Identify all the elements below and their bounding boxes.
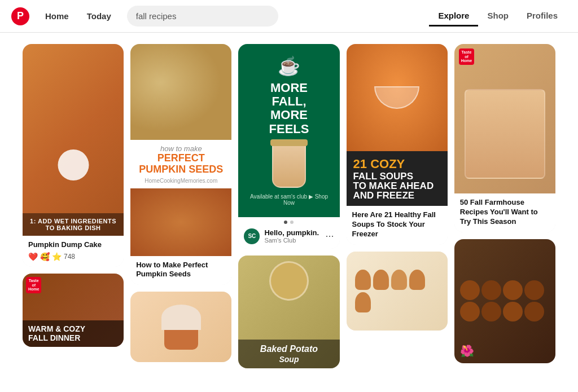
- pin-title-seeds: How to Make Perfect Pumpkin Seeds: [136, 261, 226, 280]
- pin-mini-cupcakes[interactable]: [347, 252, 448, 331]
- main-nav: Home Today: [38, 7, 118, 25]
- farmhouse-title: 50 Fall Farmhouse Recipes You'll Want to…: [460, 198, 550, 227]
- pin-chocolate[interactable]: 🌺: [454, 239, 555, 363]
- reaction-heart: ❤️: [28, 252, 38, 261]
- promoted-row: SC Hello, pumpkin. Sam's Club ···: [238, 225, 339, 249]
- pin-pumpkin-dump-cake[interactable]: 1: ADD WET INGREDIENTSTO BAKING DISH Pum…: [23, 44, 124, 267]
- search-input[interactable]: [127, 6, 278, 27]
- dot-2: [290, 221, 294, 224]
- reaction-star: ⭐: [52, 252, 62, 261]
- header: P Home Today Explore Shop Profiles: [0, 0, 578, 33]
- tab-profiles[interactable]: Profiles: [518, 6, 567, 27]
- promoted-title: Hello, pumpkin.: [264, 228, 325, 237]
- toh-badge-farmhouse: TasteofHome: [459, 49, 474, 65]
- pin-fall-soups[interactable]: 21 COZY FALL SOUPSTO MAKE AHEADAND FREEZ…: [347, 44, 448, 245]
- pin-baked-potato[interactable]: Baked Potato Soup: [238, 256, 339, 368]
- fall-soups-title: Here Are 21 Healthy Fall Soups To Stock …: [352, 210, 442, 239]
- starbucks-logo-icon: ☕: [278, 55, 300, 77]
- baked-potato-label: Baked Potato Soup: [238, 340, 339, 368]
- reaction-smile: 🥰: [40, 252, 50, 261]
- farmhouse-body: 50 Fall Farmhouse Recipes You'll Want to…: [454, 193, 555, 232]
- tab-shop[interactable]: Shop: [478, 6, 518, 27]
- fall-soups-body: Here Are 21 Healthy Fall Soups To Stock …: [347, 206, 448, 245]
- dot-1: [284, 221, 287, 224]
- promoted-label: Sam's Club: [264, 237, 325, 244]
- reaction-count: 748: [64, 253, 75, 261]
- main-content: 1: ADD WET INGREDIENTSTO BAKING DISH Pum…: [0, 33, 578, 380]
- nav-home[interactable]: Home: [38, 7, 76, 25]
- toh-badge: TasteofHome: [26, 277, 41, 293]
- nav-today[interactable]: Today: [80, 7, 118, 25]
- pin-title: Pumpkin Dump Cake: [28, 240, 118, 250]
- pin-farmhouse[interactable]: TasteofHome 50 Fall Farmhouse Recipes Yo…: [454, 44, 555, 232]
- pin-warm-cozy[interactable]: TasteofHome WARM & COZYFALL DINNER: [23, 274, 124, 347]
- pins-grid: 1: ADD WET INGREDIENTSTO BAKING DISH Pum…: [23, 44, 555, 368]
- starbucks-available: Available at sam's club ▶ Shop Now: [249, 193, 328, 206]
- more-options-button[interactable]: ···: [326, 230, 334, 242]
- starbucks-tagline: MOREFALL,MOREFEELS: [269, 81, 309, 136]
- pin-reactions: ❤️ 🥰 ⭐ 748: [28, 252, 118, 261]
- pin-pumpkin-seeds[interactable]: how to make PERFECTPUMPKIN SEEDS HomeCoo…: [130, 44, 231, 285]
- starbucks-image: ☕ MOREFALL,MOREFEELS Available at sam's …: [238, 44, 339, 217]
- pin-body-seeds: How to Make Perfect Pumpkin Seeds: [130, 256, 231, 285]
- pinterest-logo[interactable]: P: [11, 7, 29, 25]
- pin-body: Pumpkin Dump Cake ❤️ 🥰 ⭐ 748: [23, 236, 124, 267]
- header-tabs: Explore Shop Profiles: [429, 6, 567, 27]
- pin-starbucks-ad[interactable]: ☕ MOREFALL,MOREFEELS Available at sam's …: [238, 44, 339, 249]
- carousel-dots: [238, 217, 339, 225]
- pin-cupcake[interactable]: [130, 292, 231, 362]
- promoted-info: Hello, pumpkin. Sam's Club: [264, 228, 325, 244]
- sams-club-logo: SC: [244, 228, 260, 244]
- tab-explore[interactable]: Explore: [429, 6, 478, 27]
